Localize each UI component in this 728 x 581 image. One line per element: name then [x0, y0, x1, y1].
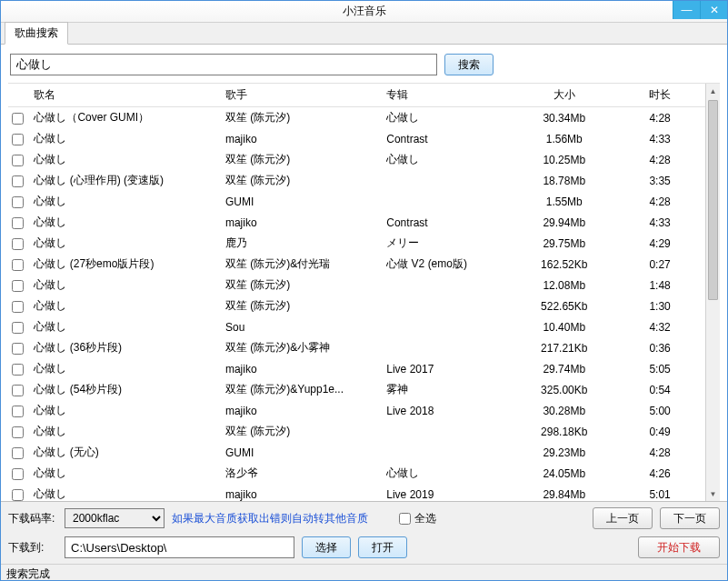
row-checkbox[interactable]: [12, 134, 24, 145]
table-row[interactable]: 心做し (27秒emo版片段)双笙 (陈元汐)&付光瑞心做 V2 (emo版)1…: [8, 254, 705, 275]
next-page-button[interactable]: 下一页: [660, 507, 720, 529]
cell-artist: GUMI: [222, 442, 383, 463]
table-row[interactable]: 心做しGUMI1.55Mb4:28: [8, 191, 705, 212]
cell-size: 162.52Kb: [514, 254, 614, 275]
row-checkbox[interactable]: [12, 447, 24, 459]
table-row[interactable]: 心做し (心理作用) (变速版)双笙 (陈元汐)18.78Mb3:35: [8, 170, 705, 191]
choose-button[interactable]: 选择: [302, 536, 351, 558]
row-checkbox[interactable]: [12, 406, 24, 417]
scroll-up-icon[interactable]: ▲: [706, 84, 720, 98]
table-row[interactable]: 心做し洛少爷心做し24.05Mb4:26: [8, 463, 705, 484]
cell-artist: GUMI: [222, 191, 383, 212]
col-album[interactable]: 专辑: [383, 84, 514, 107]
table-row[interactable]: 心做し (无心)GUMI29.23Mb4:28: [8, 442, 705, 463]
row-checkbox[interactable]: [12, 322, 24, 334]
col-name[interactable]: 歌名: [30, 84, 222, 107]
close-button[interactable]: ✕: [700, 1, 727, 19]
row-checkbox[interactable]: [12, 364, 24, 376]
row-checkbox[interactable]: [12, 489, 24, 501]
cell-album: [383, 170, 514, 191]
start-download-button[interactable]: 开始下载: [638, 536, 720, 558]
cell-artist: 双笙 (陈元汐): [222, 275, 383, 296]
cell-name: 心做し: [30, 191, 222, 212]
search-button[interactable]: 搜索: [444, 54, 494, 75]
cell-size: 10.25Mb: [514, 149, 614, 170]
col-size[interactable]: 大小: [514, 84, 614, 107]
row-checkbox[interactable]: [12, 217, 24, 229]
cell-name: 心做し: [30, 296, 222, 316]
search-input[interactable]: [10, 54, 437, 75]
table-row[interactable]: 心做し (36秒片段)双笙 (陈元汐)&小雾神217.21Kb0:36: [8, 337, 705, 358]
close-icon: ✕: [710, 4, 719, 16]
row-checkbox[interactable]: [12, 301, 24, 313]
minimize-button[interactable]: —: [673, 1, 700, 19]
cell-size: 298.18Kb: [514, 421, 614, 442]
cell-size: 29.74Mb: [514, 358, 614, 379]
cell-artist: 双笙 (陈元汐): [222, 107, 383, 129]
row-checkbox[interactable]: [12, 468, 24, 480]
table-row[interactable]: 心做しmajikoContrast1.56Mb4:33: [8, 128, 705, 149]
cell-album: メリー: [383, 233, 514, 254]
table-row[interactable]: 心做しmajikoLive 201929.84Mb5:01: [8, 484, 705, 501]
table-row[interactable]: 心做しmajikoLive 201830.28Mb5:00: [8, 400, 705, 421]
cell-duration: 4:26: [614, 463, 705, 484]
table-row[interactable]: 心做し双笙 (陈元汐)12.08Mb1:48: [8, 275, 705, 296]
cell-duration: 0:49: [614, 421, 705, 442]
cell-duration: 1:30: [614, 296, 705, 316]
scroll-down-icon[interactable]: ▼: [706, 486, 720, 501]
cell-duration: 4:28: [614, 107, 705, 129]
cell-artist: 双笙 (陈元汐): [222, 296, 383, 316]
content-area: 搜索 歌名 歌手 专辑 大小 时长: [1, 45, 727, 564]
select-all-checkbox[interactable]: [399, 513, 411, 525]
table-row[interactable]: 心做しmajikoLive 201729.74Mb5:05: [8, 358, 705, 379]
dest-label: 下载到:: [8, 540, 57, 556]
table-row[interactable]: 心做し双笙 (陈元汐)心做し10.25Mb4:28: [8, 149, 705, 170]
table-row[interactable]: 心做しSou10.40Mb4:32: [8, 316, 705, 337]
row-checkbox[interactable]: [12, 238, 24, 250]
dest-input[interactable]: [65, 536, 294, 558]
cell-name: 心做し: [30, 400, 222, 421]
cell-duration: 4:32: [614, 316, 705, 337]
col-artist[interactable]: 歌手: [222, 84, 383, 107]
cell-duration: 4:28: [614, 442, 705, 463]
bitrate-hint: 如果最大音质获取出错则自动转其他音质: [172, 511, 368, 526]
cell-size: 29.94Mb: [514, 212, 614, 233]
table-row[interactable]: 心做し（Cover GUMI）双笙 (陈元汐)心做し30.34Mb4:28: [8, 107, 705, 129]
row-checkbox[interactable]: [12, 113, 24, 125]
search-bar: 搜索: [1, 45, 727, 83]
table-row[interactable]: 心做し双笙 (陈元汐)522.65Kb1:30: [8, 296, 705, 316]
scroll-thumb[interactable]: [708, 100, 718, 300]
col-duration[interactable]: 时长: [614, 84, 705, 107]
select-all-wrap[interactable]: 全选: [399, 511, 436, 526]
row-checkbox[interactable]: [12, 155, 24, 166]
row-checkbox[interactable]: [12, 196, 24, 208]
table-row[interactable]: 心做しmajikoContrast29.94Mb4:33: [8, 212, 705, 233]
row-checkbox[interactable]: [12, 426, 24, 438]
cell-size: 1.55Mb: [514, 191, 614, 212]
tabstrip: 歌曲搜索: [1, 23, 727, 45]
row-checkbox[interactable]: [12, 280, 24, 292]
cell-duration: 5:05: [614, 358, 705, 379]
row-checkbox[interactable]: [12, 259, 24, 271]
table-row[interactable]: 心做し双笙 (陈元汐)298.18Kb0:49: [8, 421, 705, 442]
cell-size: 10.40Mb: [514, 316, 614, 337]
tab-search[interactable]: 歌曲搜索: [5, 22, 68, 45]
table-row[interactable]: 心做し (54秒片段)双笙 (陈元汐)&Yupp1e...雾神325.00Kb0…: [8, 379, 705, 400]
scrollbar[interactable]: ▲ ▼: [705, 84, 720, 501]
cell-size: 29.84Mb: [514, 484, 614, 501]
cell-duration: 4:29: [614, 233, 705, 254]
cell-duration: 4:28: [614, 149, 705, 170]
cell-name: 心做し: [30, 316, 222, 337]
prev-page-button[interactable]: 上一页: [593, 507, 653, 529]
bitrate-select[interactable]: 2000kflac: [65, 508, 165, 528]
cell-album: [383, 442, 514, 463]
app-window: 小汪音乐 — ✕ 歌曲搜索 搜索 歌名: [0, 0, 728, 581]
open-button[interactable]: 打开: [358, 536, 407, 558]
row-checkbox[interactable]: [12, 385, 24, 396]
cell-name: 心做し: [30, 463, 222, 484]
titlebar: 小汪音乐 — ✕: [1, 1, 727, 23]
cell-artist: 双笙 (陈元汐)&小雾神: [222, 337, 383, 358]
table-row[interactable]: 心做し鹿乃メリー29.75Mb4:29: [8, 233, 705, 254]
row-checkbox[interactable]: [12, 343, 24, 355]
row-checkbox[interactable]: [12, 175, 24, 187]
